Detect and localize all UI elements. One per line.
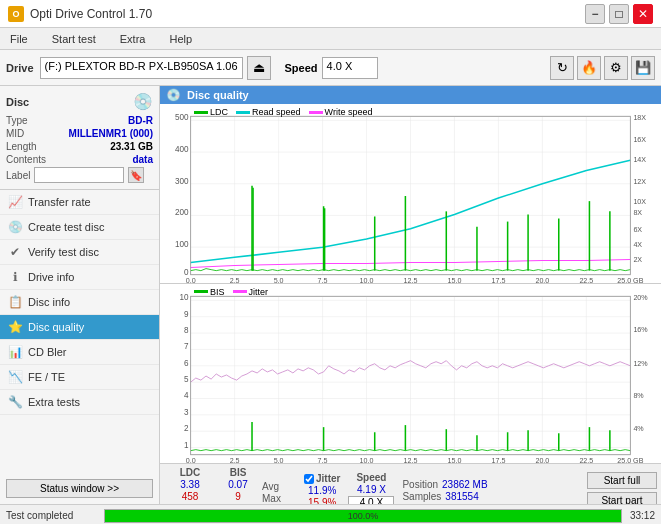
svg-text:300: 300: [175, 177, 189, 186]
chart-title: Disc quality: [187, 89, 249, 101]
svg-text:0.0: 0.0: [186, 277, 196, 283]
jitter-checkbox[interactable]: [304, 474, 314, 484]
close-button[interactable]: ✕: [633, 4, 653, 24]
create-test-disc-icon: 💿: [8, 220, 22, 234]
svg-text:0.0: 0.0: [186, 457, 196, 463]
label-label: Label: [6, 170, 30, 181]
app-icon: O: [8, 6, 24, 22]
svg-text:7.5: 7.5: [318, 457, 328, 463]
save-button[interactable]: 💾: [631, 56, 655, 80]
menu-start-test[interactable]: Start test: [48, 32, 100, 46]
title-controls: − □ ✕: [585, 4, 653, 24]
max-jitter: 15.9%: [308, 497, 336, 504]
top-chart-svg: 500 400 300 200 100 0: [160, 104, 661, 283]
progress-time: 33:12: [630, 510, 655, 521]
progress-track: 100.0%: [104, 509, 622, 523]
nav-create-test-disc-label: Create test disc: [28, 221, 104, 233]
speed-stat-header: Speed: [356, 472, 386, 483]
nav-disc-quality[interactable]: ⭐ Disc quality: [0, 315, 159, 340]
label-input[interactable]: [34, 167, 124, 183]
svg-text:4X: 4X: [633, 241, 642, 249]
title-bar: O Opti Drive Control 1.70 − □ ✕: [0, 0, 661, 28]
menu-extra[interactable]: Extra: [116, 32, 150, 46]
bis-legend-label: BIS: [210, 287, 225, 297]
nav-disc-info-label: Disc info: [28, 296, 70, 308]
svg-text:22.5: 22.5: [579, 457, 593, 463]
svg-text:20.0: 20.0: [535, 277, 549, 283]
svg-text:20%: 20%: [633, 294, 648, 302]
progress-status: Test completed: [6, 510, 96, 521]
transfer-rate-icon: 📈: [8, 195, 22, 209]
svg-text:5.0: 5.0: [274, 457, 284, 463]
samples-label: Samples: [402, 491, 441, 502]
maximize-button[interactable]: □: [609, 4, 629, 24]
type-value: BD-R: [128, 115, 153, 126]
svg-text:12X: 12X: [633, 178, 646, 186]
length-value: 23.31 GB: [110, 141, 153, 152]
nav-extra-tests[interactable]: 🔧 Extra tests: [0, 390, 159, 415]
svg-text:2X: 2X: [633, 256, 642, 264]
avg-jitter: 11.9%: [308, 485, 336, 496]
svg-text:10.0: 10.0: [360, 457, 374, 463]
ldc-header: LDC: [180, 467, 201, 478]
nav-verify-test-disc[interactable]: ✔ Verify test disc: [0, 240, 159, 265]
fe-te-icon: 📉: [8, 370, 22, 384]
max-bis: 9: [235, 491, 241, 502]
menu-help[interactable]: Help: [165, 32, 196, 46]
start-part-button[interactable]: Start part: [587, 492, 657, 504]
svg-text:3: 3: [184, 408, 189, 417]
chart-header-icon: 💿: [166, 88, 181, 102]
svg-text:4%: 4%: [633, 425, 644, 433]
burn-button[interactable]: 🔥: [577, 56, 601, 80]
avg-ldc: 3.38: [180, 479, 199, 490]
refresh-button[interactable]: ↻: [550, 56, 574, 80]
speed-avg: 4.19 X: [357, 484, 386, 495]
svg-text:2: 2: [184, 424, 189, 433]
toolbar: Drive (F:) PLEXTOR BD-R PX-LB950SA 1.06 …: [0, 50, 661, 86]
nav-drive-info[interactable]: ℹ Drive info: [0, 265, 159, 290]
svg-text:14X: 14X: [633, 156, 646, 164]
svg-text:6X: 6X: [633, 226, 642, 234]
position-value: 23862 MB: [442, 479, 488, 490]
minimize-button[interactable]: −: [585, 4, 605, 24]
status-window-button[interactable]: Status window >>: [6, 479, 153, 498]
svg-text:8%: 8%: [633, 392, 644, 400]
svg-text:15.0: 15.0: [448, 277, 462, 283]
samples-value: 381554: [445, 491, 478, 502]
max-label: Max: [262, 493, 281, 504]
contents-label: Contents: [6, 154, 46, 165]
settings-button[interactable]: ⚙: [604, 56, 628, 80]
svg-text:500: 500: [175, 113, 189, 122]
drive-select: (F:) PLEXTOR BD-R PX-LB950SA 1.06 ⏏: [40, 56, 271, 80]
progress-percent: 100.0%: [348, 511, 379, 521]
menu-file[interactable]: File: [6, 32, 32, 46]
top-legend: LDC Read speed Write speed: [194, 107, 372, 117]
max-ldc: 458: [182, 491, 199, 502]
nav-cd-bler-label: CD Bler: [28, 346, 67, 358]
disc-quality-icon: ⭐: [8, 320, 22, 334]
speed-dropdown[interactable]: 4.0 X: [322, 57, 378, 79]
svg-text:8X: 8X: [633, 209, 642, 217]
bottom-chart-svg: 10 9 8 7 6 5 4 3 2 1: [160, 284, 661, 463]
svg-text:20.0: 20.0: [535, 457, 549, 463]
avg-bis: 0.07: [228, 479, 247, 490]
nav-transfer-rate[interactable]: 📈 Transfer rate: [0, 190, 159, 215]
position-label: Position: [402, 479, 438, 490]
drive-info-icon: ℹ: [8, 270, 22, 284]
avg-label: Avg: [262, 481, 279, 492]
nav-drive-info-label: Drive info: [28, 271, 74, 283]
eject-button[interactable]: ⏏: [247, 56, 271, 80]
label-icon-button[interactable]: 🔖: [128, 167, 144, 183]
speed-stat-dropdown[interactable]: 4.0 X: [348, 496, 394, 504]
svg-text:25.0 GB: 25.0 GB: [617, 457, 643, 463]
start-full-button[interactable]: Start full: [587, 472, 657, 489]
nav-fe-te[interactable]: 📉 FE / TE: [0, 365, 159, 390]
nav-disc-info[interactable]: 📋 Disc info: [0, 290, 159, 315]
nav-create-test-disc[interactable]: 💿 Create test disc: [0, 215, 159, 240]
read-speed-legend-label: Read speed: [252, 107, 301, 117]
nav-cd-bler[interactable]: 📊 CD Bler: [0, 340, 159, 365]
stats-bar: LDC 3.38 458 1290605 BIS 0.07 9 26848 Av…: [160, 463, 661, 504]
ldc-legend-label: LDC: [210, 107, 228, 117]
drive-dropdown[interactable]: (F:) PLEXTOR BD-R PX-LB950SA 1.06: [40, 57, 243, 79]
sidebar: Disc 💿 Type BD-R MID MILLENMR1 (000) Len…: [0, 86, 160, 504]
